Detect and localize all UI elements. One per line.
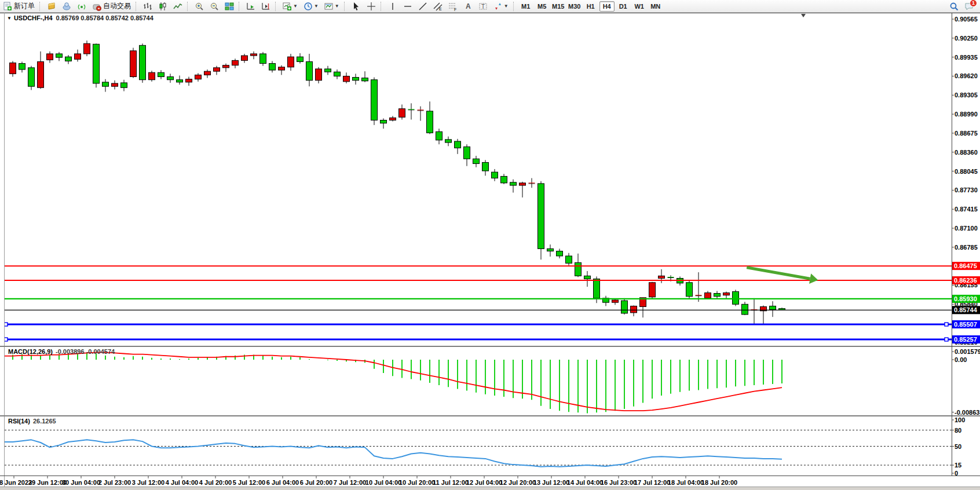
autotrading-button[interactable]: 自动交易 bbox=[90, 1, 133, 12]
time-axis-label: 13 Jul 12:00 bbox=[533, 479, 569, 486]
time-axis-label: 18 Jul 20:00 bbox=[701, 479, 737, 486]
rsi-axis-label: 15 bbox=[955, 462, 961, 469]
time-axis-label: 7 Jul 12:00 bbox=[334, 479, 366, 486]
toolbar-separator bbox=[513, 2, 516, 11]
time-axis-label: 28 Jun 2023 bbox=[0, 479, 32, 486]
search-icon bbox=[949, 2, 959, 11]
price-axis-tick: 0.90250 bbox=[955, 35, 978, 42]
zoom-in-icon bbox=[195, 2, 204, 11]
bar-chart-icon bbox=[143, 2, 152, 11]
time-axis-label: 14 Jul 04:00 bbox=[567, 479, 603, 486]
macd-axis-label: 0.00 bbox=[955, 356, 967, 363]
time-axis-label: 29 Jun 12:00 bbox=[28, 479, 67, 486]
symbol-dropdown-icon[interactable]: ▼ bbox=[7, 16, 12, 21]
signals-button[interactable] bbox=[75, 1, 89, 12]
vertical-line-button[interactable] bbox=[386, 1, 400, 12]
timeframe-button-M1[interactable]: M1 bbox=[518, 1, 533, 12]
line-chart-button[interactable] bbox=[171, 1, 185, 12]
metaeditor-button[interactable] bbox=[45, 1, 58, 12]
svg-text:F: F bbox=[454, 8, 456, 11]
timeframe-button-M30[interactable]: M30 bbox=[567, 1, 582, 12]
rsi-indicator-label: RSI(14)26.1265 bbox=[8, 418, 56, 425]
notification-badge: 1 bbox=[970, 0, 977, 7]
tile-windows-icon bbox=[225, 2, 234, 11]
trendline-button[interactable] bbox=[416, 1, 430, 12]
time-axis-label: 17 Jul 12:00 bbox=[634, 479, 670, 486]
notifications-button[interactable]: 1 bbox=[962, 1, 976, 12]
autotrading-icon bbox=[92, 2, 101, 11]
toolbar-separator bbox=[381, 2, 383, 11]
fibonacci-icon: F bbox=[448, 2, 458, 11]
text-button[interactable]: A bbox=[461, 1, 475, 12]
text-label-button[interactable]: T bbox=[476, 1, 490, 12]
zoom-out-button[interactable] bbox=[207, 1, 221, 12]
cursor-button[interactable] bbox=[349, 1, 363, 12]
templates-button[interactable]: ▼ bbox=[322, 1, 342, 12]
community-icon bbox=[62, 2, 71, 11]
candle bbox=[149, 71, 155, 82]
timeframe-button-M15[interactable]: M15 bbox=[551, 1, 566, 12]
chevron-down-icon: ▼ bbox=[504, 3, 509, 9]
price-tag-0.86236: 0.86236 bbox=[952, 276, 980, 284]
auto-scroll-icon bbox=[246, 2, 255, 11]
macd-name: MACD(12,26,9) bbox=[8, 348, 53, 355]
auto-scroll-button[interactable] bbox=[244, 1, 258, 12]
chart-shift-button[interactable] bbox=[259, 1, 273, 12]
chart-canvas[interactable]: 0.905650.902500.899350.896200.893050.889… bbox=[0, 0, 980, 490]
equidistant-channel-button[interactable]: E bbox=[431, 1, 445, 12]
time-axis-label: 4 Jul 04:00 bbox=[166, 479, 198, 486]
timeframe-button-H4[interactable]: H4 bbox=[599, 1, 615, 12]
bar-chart-button[interactable] bbox=[141, 1, 155, 12]
time-axis-label: 12 Jul 20:00 bbox=[500, 479, 536, 486]
timeframe-button-H1[interactable]: H1 bbox=[583, 1, 598, 12]
new-order-button[interactable]: 新订单 bbox=[1, 1, 37, 12]
price-axis-tick: 0.89620 bbox=[955, 72, 978, 79]
svg-text:A: A bbox=[466, 2, 471, 10]
timeframe-button-D1[interactable]: D1 bbox=[616, 1, 631, 12]
community-button[interactable] bbox=[60, 1, 74, 12]
price-axis-tick: 0.88990 bbox=[955, 111, 978, 118]
horizontal-line-button[interactable] bbox=[401, 1, 415, 12]
macd-values: -0.003896 -0.004574 bbox=[56, 348, 115, 355]
time-axis-label: 6 Jul 20:00 bbox=[300, 479, 332, 486]
new-chart-button[interactable]: ▼ bbox=[280, 1, 300, 12]
line-handle[interactable] bbox=[945, 338, 948, 341]
periods-button[interactable]: ▼ bbox=[301, 1, 321, 12]
metaeditor-icon bbox=[47, 2, 56, 11]
timeframe-button-M5[interactable]: M5 bbox=[535, 1, 550, 12]
price-tag-0.86475: 0.86475 bbox=[952, 262, 980, 270]
crosshair-button[interactable] bbox=[364, 1, 378, 12]
price-axis-tick: 0.90565 bbox=[955, 16, 978, 23]
arrows-button[interactable]: ▼ bbox=[491, 1, 511, 12]
svg-text:0.85257: 0.85257 bbox=[954, 336, 977, 343]
chart-ohlc-values: 0.85769 0.85784 0.85742 0.85744 bbox=[56, 14, 153, 21]
autotrading-label: 自动交易 bbox=[103, 1, 131, 11]
candle bbox=[130, 47, 137, 78]
timeframe-button-MN[interactable]: MN bbox=[648, 1, 663, 12]
line-handle[interactable] bbox=[945, 323, 948, 326]
price-axis-tick: 0.87415 bbox=[955, 206, 978, 213]
fibonacci-button[interactable]: F bbox=[446, 1, 460, 12]
candlestick-button[interactable] bbox=[156, 1, 170, 12]
candle bbox=[28, 66, 35, 90]
time-axis-label: 10 Jul 20:00 bbox=[399, 479, 435, 486]
time-axis-label: 12 Jul 04:00 bbox=[466, 479, 502, 486]
timeframe-button-W1[interactable]: W1 bbox=[632, 1, 647, 12]
new-chart-icon bbox=[283, 2, 292, 11]
price-axis-tick: 0.87100 bbox=[955, 225, 978, 232]
new-order-icon bbox=[3, 2, 12, 11]
macd-axis-label: 0.001579 bbox=[955, 348, 980, 355]
price-tag-0.85257: 0.85257 bbox=[952, 335, 980, 343]
search-button[interactable] bbox=[947, 1, 961, 12]
trendline-icon bbox=[418, 2, 427, 11]
time-axis-label: 16 Jul 23:00 bbox=[601, 479, 637, 486]
zoom-out-icon bbox=[210, 2, 219, 11]
toolbar-separator bbox=[275, 2, 278, 11]
chevron-down-icon: ▼ bbox=[293, 3, 298, 9]
tile-windows-button[interactable] bbox=[222, 1, 236, 12]
cursor-icon bbox=[352, 2, 361, 11]
zoom-in-button[interactable] bbox=[192, 1, 206, 12]
candle bbox=[140, 43, 146, 83]
price-tag-0.85930: 0.85930 bbox=[952, 295, 980, 303]
equidistant-channel-icon: E bbox=[433, 2, 443, 11]
